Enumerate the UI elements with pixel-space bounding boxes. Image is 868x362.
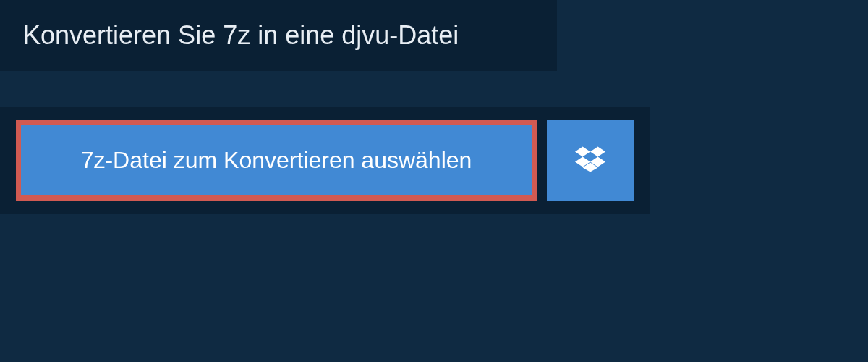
header-bar: Konvertieren Sie 7z in eine djvu-Datei <box>0 0 557 71</box>
select-file-button[interactable]: 7z-Datei zum Konvertieren auswählen <box>16 120 537 201</box>
upload-section: 7z-Datei zum Konvertieren auswählen <box>0 107 650 214</box>
select-file-label: 7z-Datei zum Konvertieren auswählen <box>81 147 472 174</box>
dropbox-icon <box>575 144 605 177</box>
dropbox-button[interactable] <box>547 120 634 201</box>
page-title: Konvertieren Sie 7z in eine djvu-Datei <box>23 20 534 51</box>
